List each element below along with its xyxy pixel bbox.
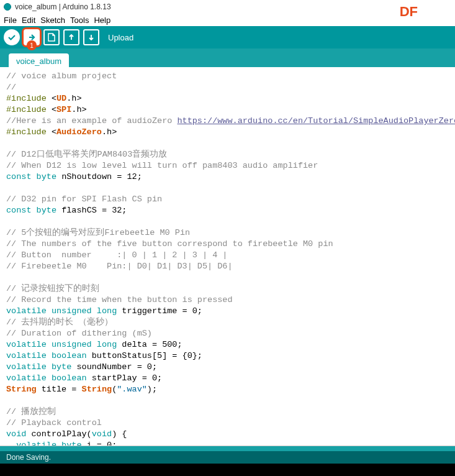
console-area: [0, 464, 455, 476]
sketch-tab[interactable]: voice_album: [9, 53, 69, 67]
save-sketch-button[interactable]: [83, 29, 99, 45]
toolbar: 1 Upload: [0, 26, 455, 48]
sketch-tab-label: voice_album: [16, 57, 61, 66]
menu-edit[interactable]: Edit: [22, 16, 35, 25]
status-bar: Done Saving.: [0, 451, 455, 464]
toolbar-hint-label: Upload: [108, 33, 133, 42]
annotation-badge: 1: [27, 40, 37, 50]
menu-sketch[interactable]: Sketch: [40, 16, 65, 25]
menu-file[interactable]: File: [4, 16, 17, 25]
watermark-text: DF: [400, 4, 418, 20]
editor-scroll-area[interactable]: // voice album project // #include <UD.h…: [0, 67, 455, 446]
arrow-up-icon: [68, 33, 75, 42]
arduino-app-icon: [4, 3, 11, 11]
code-editor[interactable]: // voice album project // #include <UD.h…: [0, 67, 455, 446]
status-message: Done Saving.: [6, 453, 51, 462]
menu-bar: File Edit Sketch Tools Help: [0, 14, 455, 26]
menu-help[interactable]: Help: [94, 16, 110, 25]
check-icon: [7, 33, 16, 42]
file-icon: [48, 33, 55, 42]
arrow-down-icon: [88, 33, 95, 42]
tab-bar: voice_album: [0, 48, 455, 67]
status-separator: [0, 446, 455, 451]
upload-button[interactable]: 1: [24, 29, 40, 45]
window-title: voice_album | Arduino 1.8.13: [15, 2, 111, 11]
new-sketch-button[interactable]: [43, 29, 60, 45]
menu-tools[interactable]: Tools: [70, 16, 89, 25]
window-titlebar: voice_album | Arduino 1.8.13: [0, 0, 455, 14]
open-sketch-button[interactable]: [63, 29, 79, 45]
verify-button[interactable]: [4, 29, 20, 45]
